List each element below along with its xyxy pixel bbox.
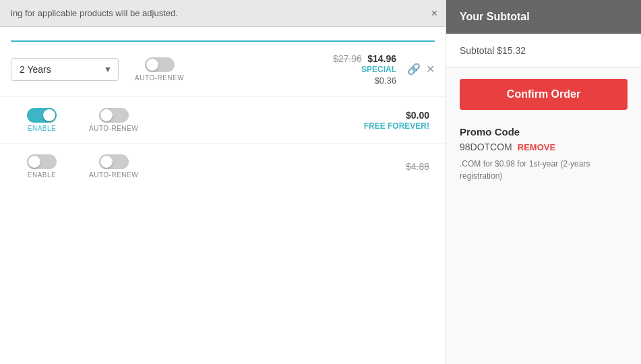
enable-toggle-3[interactable] [27,154,57,169]
toggle-thumb-2 [43,109,55,121]
subtotal-header: Your Subtotal [446,0,641,34]
price-special-1: SPECIAL [200,65,396,74]
promo-section: Promo Code 98DOTCOM REMOVE .COM for $0.9… [446,121,641,193]
toggle-thumb-ar3 [100,156,113,168]
price-sub-1: $0.36 [200,75,396,86]
left-panel: ing for applicable products will be adju… [0,0,446,364]
auto-renew-label-3: AUTO-RENEW [89,171,138,179]
toggle-thumb-ar2 [100,109,113,121]
auto-renew-toggle-2-wrapper: AUTO-RENEW [89,108,138,132]
auto-renew-toggle-1-wrapper: AUTO-RENEW [135,57,184,82]
enable-label-2: ENABLE [28,125,56,132]
remove-icon-button[interactable]: ✕ [426,63,435,75]
row-icons-1: 🔗 ✕ [407,63,435,75]
attach-icon-button[interactable]: 🔗 [407,63,421,75]
product-row-3: ENABLE AUTO-RENEW $4.88 [0,144,446,189]
year-select-wrapper: 1 Year 2 Years 3 Years 5 Years ▼ [11,58,119,81]
subtotal-body: Subtotal $15.32 [446,34,641,68]
enable-toggle-2[interactable] [27,108,57,123]
year-select[interactable]: 1 Year 2 Years 3 Years 5 Years [11,58,119,81]
promo-remove-button[interactable]: REMOVE [518,142,555,152]
auto-renew-label-1: AUTO-RENEW [135,74,184,82]
promo-title: Promo Code [460,126,628,138]
price-area-2: $0.00 FREE FOREVER! [154,109,435,131]
right-panel: Your Subtotal Subtotal $15.32 Confirm Or… [446,0,641,364]
promo-description: .COM for $0.98 for 1st-year (2-years reg… [460,158,628,182]
enable-toggle-2-wrapper: ENABLE [27,108,57,132]
auto-renew-toggle-3[interactable] [99,154,129,169]
notification-close-button[interactable]: × [431,7,437,20]
notification-text: ing for applicable products will be adju… [11,8,178,18]
price-area-1: $27.96 $14.96 SPECIAL $0.36 [200,53,402,86]
enable-label-3: ENABLE [28,171,56,179]
enable-toggle-3-wrapper: ENABLE [27,154,57,179]
auto-renew-toggle-3-wrapper: AUTO-RENEW [89,154,138,179]
price-free-2: $0.00 [406,110,429,121]
toggle-thumb-3 [28,156,40,168]
price-original-1: $27.96 [333,53,362,64]
auto-renew-toggle-2[interactable] [99,108,129,123]
subtotal-title: Your Subtotal [460,11,530,22]
subtotal-amount: Subtotal $15.32 [460,45,526,56]
confirm-order-button[interactable]: Confirm Order [460,79,628,110]
promo-code-value: 98DOTCOM [460,142,512,152]
product-row-2: ENABLE AUTO-RENEW $0.00 FREE FOREVER! [0,97,446,144]
auto-renew-label-2: AUTO-RENEW [89,125,138,132]
toggle-thumb [146,59,158,71]
price-strikethrough-3: $4.88 [406,161,429,172]
price-free-forever-2: FREE FOREVER! [154,121,429,131]
promo-code-row: 98DOTCOM REMOVE [460,142,628,152]
product-row-1: 1 Year 2 Years 3 Years 5 Years ▼ AUTO-RE… [0,42,446,97]
notification-bar: ing for applicable products will be adju… [0,0,446,27]
auto-renew-toggle-1[interactable] [145,57,175,72]
price-current-1: $14.96 [367,53,396,64]
price-area-3: $4.88 [154,160,435,173]
spacer [446,193,641,364]
